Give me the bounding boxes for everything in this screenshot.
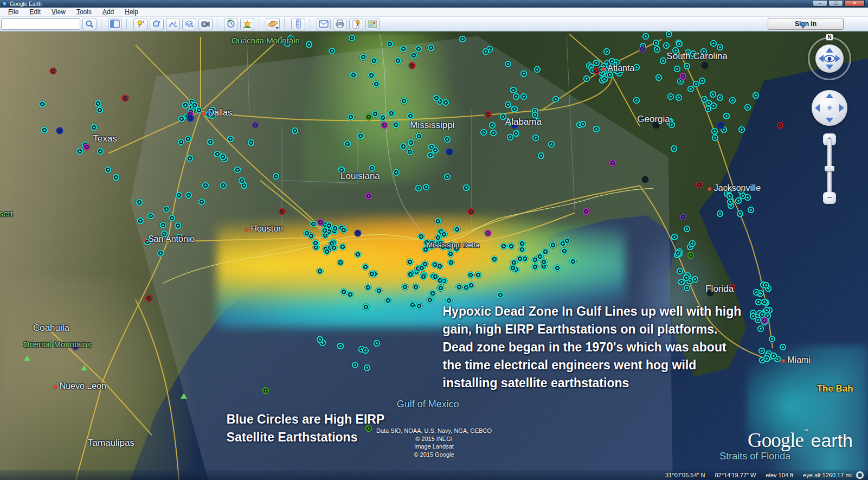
- earthstation-marker-cyan[interactable]: [580, 121, 587, 128]
- ruler-button[interactable]: [291, 18, 305, 30]
- earthstation-marker-cyan[interactable]: [363, 364, 370, 371]
- earthstation-marker-cyan[interactable]: [400, 46, 407, 53]
- menu-item-help[interactable]: Help: [120, 8, 143, 16]
- earthstation-marker-cyan[interactable]: [491, 256, 498, 263]
- menu-item-file[interactable]: File: [3, 8, 23, 16]
- earthstation-marker-cyan[interactable]: [340, 226, 347, 233]
- earthstation-marker-cyan[interactable]: [747, 206, 754, 213]
- earthstation-marker-cyan[interactable]: [497, 292, 504, 299]
- earthstation-marker-cyan[interactable]: [350, 72, 357, 79]
- earthstation-marker-cyan[interactable]: [716, 210, 723, 217]
- earthstation-marker-cyan[interactable]: [420, 273, 427, 280]
- earthstation-marker-cyan[interactable]: [202, 182, 209, 189]
- earthstation-marker-cyan[interactable]: [368, 164, 375, 171]
- earthstation-marker-cyan[interactable]: [569, 258, 576, 265]
- search-button[interactable]: [82, 18, 97, 30]
- earthstation-marker-magenta[interactable]: [761, 317, 768, 324]
- earthstation-marker-cyan[interactable]: [402, 283, 409, 290]
- earthstation-marker-cyan[interactable]: [372, 81, 380, 88]
- earthstation-marker-cyan[interactable]: [352, 362, 359, 369]
- earthstation-marker-cyan[interactable]: [753, 92, 760, 99]
- earthstation-marker-red[interactable]: [696, 181, 703, 188]
- earthstation-marker-cyan[interactable]: [633, 97, 640, 104]
- earthstation-marker-cyan[interactable]: [400, 143, 407, 150]
- earthstation-marker-cyan[interactable]: [744, 104, 751, 111]
- earthstation-marker-cyan[interactable]: [393, 169, 400, 176]
- earthstation-marker-cyan[interactable]: [191, 102, 198, 109]
- earthstation-marker-cyan[interactable]: [337, 343, 344, 350]
- earthstation-marker-magenta[interactable]: [609, 159, 616, 167]
- earthstation-marker-cyan[interactable]: [137, 217, 144, 225]
- earthstation-marker-cyan[interactable]: [710, 40, 717, 47]
- earthstation-marker-cyan[interactable]: [520, 70, 528, 77]
- earthstation-marker-cyan[interactable]: [385, 297, 392, 304]
- historical-imagery-button[interactable]: [224, 18, 238, 30]
- earthstation-marker-cyan[interactable]: [407, 149, 414, 156]
- earthstation-marker-cyan[interactable]: [368, 271, 375, 278]
- earthstation-marker-red[interactable]: [777, 121, 784, 129]
- earthstation-marker-cyan[interactable]: [347, 291, 354, 298]
- earthstation-marker-cyan[interactable]: [642, 33, 649, 40]
- earthstation-marker-cyan[interactable]: [331, 225, 338, 232]
- earthstation-marker-cyan[interactable]: [400, 98, 407, 105]
- earthstation-marker-cyan[interactable]: [504, 61, 511, 68]
- earthstation-marker-cyan[interactable]: [317, 336, 324, 343]
- earthstation-marker-cyan[interactable]: [435, 234, 442, 241]
- look-left-arrow-icon[interactable]: [819, 55, 824, 62]
- earthstation-marker-cyan[interactable]: [456, 283, 463, 290]
- earthstation-marker-cyan[interactable]: [394, 57, 401, 65]
- earthstation-marker-cyan[interactable]: [219, 153, 226, 161]
- earthstation-marker-cyan[interactable]: [459, 36, 466, 43]
- earthstation-marker-cyan[interactable]: [349, 34, 356, 41]
- earthstation-marker-cyan[interactable]: [374, 340, 381, 347]
- menu-item-tools[interactable]: Tools: [72, 8, 97, 16]
- earthstation-marker-cyan[interactable]: [407, 113, 414, 120]
- earthstation-marker-cyan[interactable]: [687, 86, 695, 93]
- earthstation-marker-cyan[interactable]: [417, 233, 425, 240]
- earthstation-marker-cyan[interactable]: [322, 227, 329, 234]
- earthstation-marker-cyan[interactable]: [441, 231, 448, 238]
- earthstation-marker-cyan[interactable]: [671, 233, 678, 240]
- earthstation-marker-cyan[interactable]: [541, 258, 548, 265]
- earthstation-marker-cyan[interactable]: [344, 140, 351, 148]
- maximize-button[interactable]: ▢: [828, 0, 843, 7]
- earthstation-marker-cyan[interactable]: [360, 54, 367, 61]
- earthstation-marker-cyan[interactable]: [355, 251, 362, 258]
- earthstation-marker-cyan[interactable]: [753, 289, 760, 296]
- earthstation-marker-cyan[interactable]: [663, 42, 670, 49]
- earthstation-marker-cyan[interactable]: [415, 184, 422, 191]
- earthstation-marker-cyan[interactable]: [39, 101, 46, 108]
- print-button[interactable]: [333, 18, 347, 30]
- earthstation-marker-red[interactable]: [484, 111, 491, 118]
- earthstation-marker-cyan[interactable]: [509, 265, 516, 272]
- look-joystick[interactable]: N: [808, 37, 851, 80]
- zoom-out-button[interactable]: −: [823, 192, 836, 204]
- earthstation-marker-cyan[interactable]: [423, 184, 430, 191]
- earthstation-marker-red[interactable]: [593, 67, 600, 74]
- earthstation-marker-cyan[interactable]: [563, 238, 570, 245]
- earthstation-marker-cyan[interactable]: [316, 268, 323, 275]
- earthstation-marker-cyan[interactable]: [433, 94, 440, 101]
- move-joystick[interactable]: ✳: [812, 90, 847, 126]
- earthstation-marker-magenta[interactable]: [381, 121, 388, 129]
- sign-in-button[interactable]: Sign in: [768, 18, 844, 30]
- earthstation-marker-blue[interactable]: [718, 121, 725, 129]
- earthstation-marker-cyan[interactable]: [667, 93, 674, 100]
- earthstation-marker-cyan[interactable]: [683, 226, 690, 233]
- earthstation-marker-cyan[interactable]: [41, 126, 48, 133]
- earthstation-marker-cyan[interactable]: [368, 72, 375, 79]
- earthstation-marker-cyan[interactable]: [462, 184, 470, 191]
- earthstation-marker-cyan[interactable]: [712, 135, 719, 142]
- earthstation-marker-cyan[interactable]: [375, 287, 382, 295]
- earthstation-marker-cyan[interactable]: [273, 172, 280, 180]
- earthstation-marker-cyan[interactable]: [437, 285, 444, 292]
- add-placemark-button[interactable]: +: [133, 18, 147, 30]
- earthstation-marker-cyan[interactable]: [518, 246, 525, 253]
- earthstation-marker-cyan[interactable]: [729, 97, 736, 104]
- earthstation-marker-purple[interactable]: [252, 121, 259, 129]
- earthstation-marker-cyan[interactable]: [676, 94, 683, 101]
- earthstation-marker-cyan[interactable]: [94, 100, 101, 107]
- earthstation-marker-cyan[interactable]: [475, 271, 482, 278]
- earthstation-marker-cyan[interactable]: [185, 191, 192, 199]
- earthstation-marker-blue[interactable]: [187, 115, 194, 122]
